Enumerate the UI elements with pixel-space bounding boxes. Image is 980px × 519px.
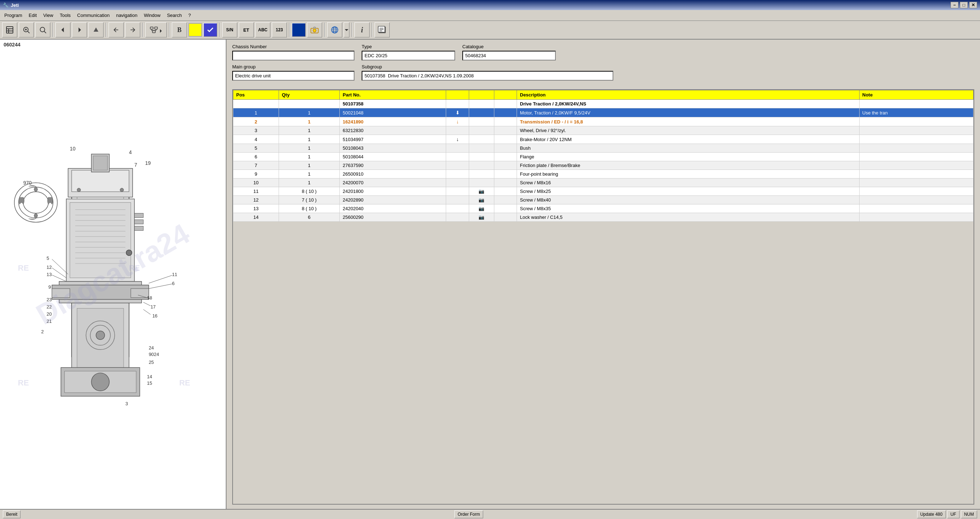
type-input[interactable] <box>362 51 455 61</box>
table-row[interactable]: 7 1 27637590 Friction plate / Bremse/Bra… <box>233 161 974 170</box>
table-row[interactable]: 6 1 50108044 Flange <box>233 153 974 161</box>
cell-partno: 50021048 <box>340 109 446 117</box>
cell-pos: 10 <box>233 179 279 187</box>
menu-bar: Program Edit View Tools Communication na… <box>0 10 980 21</box>
nav-forward-button[interactable] <box>125 22 140 37</box>
cell-desc: Drive Traction / 2,0KW/24V,NS <box>517 100 859 109</box>
toolbar-sep2 <box>106 23 107 37</box>
cell-desc: Flange <box>517 153 859 161</box>
cell-pos: 4 <box>233 135 279 144</box>
home-button[interactable] <box>2 22 17 37</box>
col-header-pos: Pos <box>233 90 279 100</box>
zoom-in-button[interactable] <box>19 22 34 37</box>
catalog-button[interactable] <box>375 22 390 37</box>
cell-desc: Screw / M8x40 <box>517 196 859 204</box>
sn-button[interactable]: S/N <box>222 22 237 37</box>
menu-window[interactable]: Window <box>141 11 163 19</box>
abc-button[interactable]: ABC <box>255 22 270 37</box>
forward-button[interactable] <box>72 22 87 37</box>
cell-note <box>859 204 974 213</box>
cell-icon1 <box>446 187 469 196</box>
svg-text:5: 5 <box>47 256 49 261</box>
cell-icon2 <box>469 109 494 117</box>
table-row[interactable]: 13 8 ( 10 ) 24202040 📷 Screw / M8x35 <box>233 204 974 213</box>
maximize-button[interactable]: □ <box>960 2 968 8</box>
cell-icon1 <box>446 100 469 109</box>
title-bar: 🔧 Jeti − □ ✕ <box>0 0 980 10</box>
subgroup-input[interactable] <box>362 71 613 81</box>
check-button[interactable] <box>204 23 217 37</box>
table-row[interactable]: 5 1 50108043 Bush <box>233 144 974 153</box>
nav-back-button[interactable] <box>108 22 124 37</box>
subgroup-label: Subgroup <box>362 64 613 69</box>
cell-partno: 50107358 <box>340 100 446 109</box>
cell-note <box>859 196 974 204</box>
123-button[interactable]: 123 <box>272 22 287 37</box>
blue-button[interactable] <box>292 23 305 37</box>
up-button[interactable] <box>88 22 103 37</box>
search-button[interactable] <box>35 22 50 37</box>
menu-navigation[interactable]: navigation <box>113 11 140 19</box>
status-ready: Bereit <box>3 510 21 518</box>
table-row[interactable]: 12 7 ( 10 ) 24202890 📷 Screw / M8x40 <box>233 196 974 204</box>
back-button[interactable] <box>56 22 70 37</box>
cell-qty: 1 <box>278 109 339 117</box>
et-button[interactable]: ET <box>239 22 254 37</box>
svg-rect-72 <box>52 289 70 298</box>
cell-partno: 51034997 <box>340 135 446 144</box>
svg-text:15: 15 <box>147 380 152 386</box>
table-row[interactable]: 10 1 24200070 Screw / M8x16 <box>233 179 974 187</box>
title-bar-controls: − □ ✕ <box>951 2 977 8</box>
cell-qty: 1 <box>278 126 339 135</box>
yellow-button[interactable] <box>188 23 202 37</box>
menu-help[interactable]: ? <box>186 11 194 19</box>
tree-button[interactable] <box>145 22 167 37</box>
cell-note <box>859 187 974 196</box>
table-row[interactable]: 3 1 63212830 Wheel, Drive / 92°/zyl. <box>233 126 974 135</box>
chassis-number-label: Chassis Number <box>232 44 355 49</box>
camera-button[interactable] <box>307 22 322 37</box>
cell-icon2 <box>469 135 494 144</box>
close-button[interactable]: ✕ <box>969 2 977 8</box>
table-row[interactable]: 4 1 51034997 ↓ Brake-Motor / 20V 12NM <box>233 135 974 144</box>
menu-tools[interactable]: Tools <box>57 11 73 19</box>
subgroup-group: Subgroup <box>362 64 613 81</box>
cell-note <box>859 170 974 179</box>
table-row[interactable]: 14 6 25600290 📷 Lock washer / C14,5 <box>233 213 974 222</box>
cell-icon3 <box>494 135 517 144</box>
cell-qty: 7 ( 10 ) <box>278 196 339 204</box>
globe-button[interactable] <box>327 22 342 37</box>
table-row[interactable]: 1 1 50021048 ⬇ Motor, Traction / 2,0KW/F… <box>233 109 974 117</box>
table-row[interactable]: 2 1 16241890 ↓ Transmission / ED - / i =… <box>233 117 974 126</box>
table-row[interactable]: 11 8 ( 10 ) 24201800 📷 Screw / M8x25 <box>233 187 974 196</box>
bold-button[interactable]: B <box>172 22 187 37</box>
globe-dropdown-button[interactable] <box>344 22 350 37</box>
cell-pos: 13 <box>233 204 279 213</box>
cell-icon3 <box>494 170 517 179</box>
chassis-number-input[interactable] <box>232 51 355 61</box>
minimize-button[interactable]: − <box>951 2 958 8</box>
svg-rect-57 <box>70 203 130 278</box>
svg-marker-22 <box>160 29 162 33</box>
svg-point-51 <box>77 188 81 192</box>
toolbar-sep8 <box>352 23 352 37</box>
info-button[interactable]: i <box>355 22 369 37</box>
cell-note <box>859 161 974 170</box>
svg-text:23: 23 <box>47 297 52 302</box>
cell-qty: 1 <box>278 170 339 179</box>
menu-program[interactable]: Program <box>2 11 25 19</box>
table-row[interactable]: 9 1 26500910 Four-point bearing <box>233 170 974 179</box>
status-bar: Bereit Order Form Update 480 UF NUM <box>0 509 980 519</box>
menu-search[interactable]: Search <box>164 11 185 19</box>
table-row[interactable]: 50107358 Drive Traction / 2,0KW/24V,NS <box>233 100 974 109</box>
cell-icon2 <box>469 179 494 187</box>
menu-communication[interactable]: Communication <box>75 11 113 19</box>
col-header-desc: Description <box>517 90 859 100</box>
menu-edit[interactable]: Edit <box>26 11 40 19</box>
main-group-input[interactable] <box>232 71 355 81</box>
col-header-note: Note <box>859 90 974 100</box>
catalogue-input[interactable] <box>462 51 556 61</box>
cell-desc: Screw / M8x16 <box>517 179 859 187</box>
parts-table-container[interactable]: Pos Qty Part No. Description Note 501073… <box>232 89 974 505</box>
menu-view[interactable]: View <box>40 11 56 19</box>
